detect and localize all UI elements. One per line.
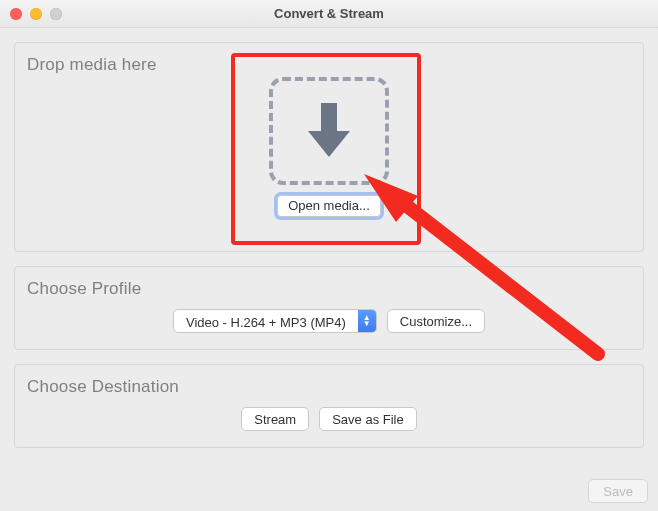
updown-arrows-icon[interactable]: ▲▼ xyxy=(358,310,376,332)
titlebar: Convert & Stream xyxy=(0,0,658,28)
save-button: Save xyxy=(588,479,648,503)
minimize-icon[interactable] xyxy=(30,8,42,20)
drop-target[interactable] xyxy=(269,77,389,185)
section-drop-media[interactable]: Drop media here Open media... xyxy=(14,42,644,252)
window-title: Convert & Stream xyxy=(0,6,658,21)
open-media-button[interactable]: Open media... xyxy=(277,195,381,217)
zoom-icon xyxy=(50,8,62,20)
section-choose-destination: Choose Destination Stream Save as File xyxy=(14,364,644,448)
choose-profile-title: Choose Profile xyxy=(27,279,631,299)
profile-select-value: Video - H.264 + MP3 (MP4) xyxy=(174,310,358,332)
drop-area[interactable]: Open media... xyxy=(27,77,631,217)
close-icon[interactable] xyxy=(10,8,22,20)
choose-destination-title: Choose Destination xyxy=(27,377,631,397)
stream-button[interactable]: Stream xyxy=(241,407,309,431)
profile-select[interactable]: Video - H.264 + MP3 (MP4) ▲▼ xyxy=(173,309,377,333)
drop-media-title: Drop media here xyxy=(27,55,631,75)
download-arrow-icon xyxy=(304,99,354,163)
section-choose-profile: Choose Profile Video - H.264 + MP3 (MP4)… xyxy=(14,266,644,350)
content: Drop media here Open media... Choose Pro… xyxy=(0,28,658,448)
customize-button[interactable]: Customize... xyxy=(387,309,485,333)
footer: Save xyxy=(588,479,648,503)
save-as-file-button[interactable]: Save as File xyxy=(319,407,417,431)
window-controls xyxy=(0,8,62,20)
